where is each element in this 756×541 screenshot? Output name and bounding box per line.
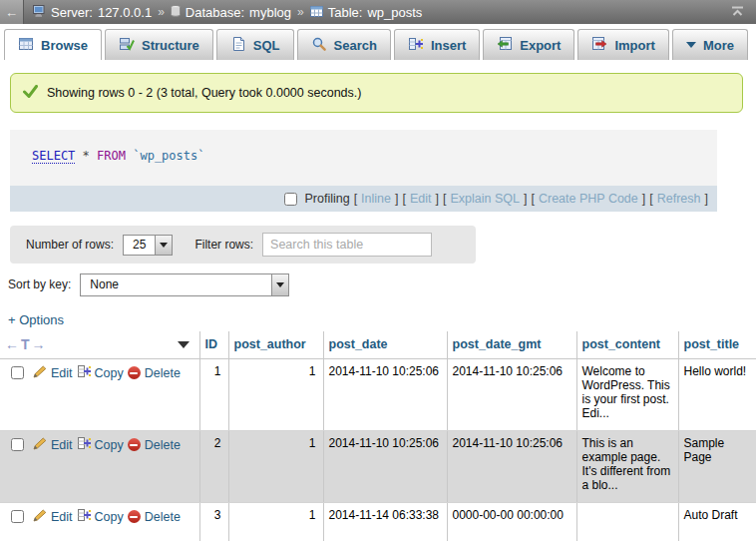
bracket: [ [649,192,652,206]
row-nav-arrows[interactable]: ←T→ [5,336,48,352]
delete-link[interactable]: Delete [145,510,181,524]
row-checkbox[interactable] [11,366,24,379]
cell-id: 3 [199,503,228,541]
cell-post-author: 1 [228,503,323,541]
column-header-post-content[interactable]: post_content [576,331,678,359]
column-header-id[interactable]: ID [199,331,228,359]
bracket: ] [524,192,527,206]
success-message-text: Showing rows 0 - 2 (3 total, Query took … [47,86,361,100]
delete-link[interactable]: Delete [145,438,181,452]
tab-search[interactable]: Search [297,29,391,60]
row-checkbox[interactable] [11,510,24,523]
cell-id: 1 [199,359,228,431]
table-row: Edit Copy Delete 2 1 2014-11-10 10:25:06… [0,431,756,503]
column-header-post-date[interactable]: post_date [323,331,447,359]
column-header-post-author[interactable]: post_author [228,331,323,359]
options-toggle-link[interactable]: + Options [8,312,64,327]
inline-link[interactable]: Inline [361,192,391,206]
breadcrumb-table[interactable]: Table: wp_posts [310,5,423,20]
bracket: ] [395,192,398,206]
sort-by-key-select[interactable]: None [80,273,289,296]
bracket: [ [531,192,534,206]
refresh-link[interactable]: Refresh [657,192,701,206]
select-dropdown-button[interactable] [155,236,172,255]
tab-import[interactable]: Import [577,29,668,60]
sort-row: Sort by key: None [8,272,756,296]
number-of-rows-label: Number of rows: [26,238,114,252]
tab-search-label: Search [334,38,377,53]
pencil-icon [33,437,47,453]
collapse-panel-icon[interactable] [730,6,745,17]
edit-link[interactable]: Edit [51,366,73,380]
cell-post-date: 2014-11-10 10:25:06 [323,359,447,431]
row-actions: Edit Copy Delete [5,508,194,525]
tab-insert-label: Insert [431,38,466,53]
export-icon [497,36,513,55]
rows-per-page-select[interactable]: 25 [123,235,173,256]
cell-post-author: 1 [228,359,323,431]
edit-link[interactable]: Edit [51,438,73,452]
breadcrumb-database-label: Database: [186,5,244,20]
column-header-post-date-gmt[interactable]: post_date_gmt [447,331,576,359]
sql-keyword-from: FROM [97,149,126,163]
row-actions: Edit Copy Delete [5,436,194,453]
check-icon [23,85,38,101]
breadcrumb-separator: » [158,5,165,19]
sql-keyword-select[interactable]: SELECT [32,149,75,163]
breadcrumb-table-value: wp_posts [367,5,422,20]
breadcrumb-server-value: 127.0.0.1 [98,5,152,20]
select-dropdown-button[interactable] [271,274,288,295]
profiling-checkbox[interactable] [284,193,297,206]
sort-by-key-label: Sort by key: [8,277,71,291]
tab-sql-label: SQL [253,38,280,53]
results-header-row: ←T→ ID post_author post_date post_date_g… [0,331,756,359]
tab-export[interactable]: Export [483,29,574,60]
tab-bar: Browse Structure SQL Search Insert Expor… [0,24,756,60]
table-row: Edit Copy Delete 3 1 2014-11-14 06:33:38… [0,503,756,541]
tab-structure[interactable]: Structure [105,29,213,60]
edit-link[interactable]: Edit [51,510,73,524]
back-button[interactable]: ← [0,0,24,24]
cell-post-title: Hello world! [678,359,756,431]
breadcrumb-table-label: Table: [328,5,363,20]
tab-browse[interactable]: Browse [4,29,102,60]
column-header-post-title[interactable]: post_title [678,331,756,359]
delete-link[interactable]: Delete [145,366,181,380]
edit-query-link[interactable]: Edit [410,192,432,206]
sql-star: * [83,149,90,163]
table-row: Edit Copy Delete 1 1 2014-11-10 10:25:06… [0,359,756,431]
copy-link[interactable]: Copy [95,366,124,380]
breadcrumb: Server: 127.0.0.1 » Database: myblog » T… [33,5,422,20]
tab-more[interactable]: More [672,29,748,60]
copy-icon [77,508,91,525]
bracket: [ [354,192,357,206]
explain-sql-link[interactable]: Explain SQL [450,192,519,206]
copy-link[interactable]: Copy [95,510,124,524]
breadcrumb-database[interactable]: Database: myblog [171,5,291,20]
tab-insert[interactable]: Insert [394,29,480,60]
rows-per-page-value: 25 [124,238,155,252]
sort-desc-icon[interactable] [178,341,189,348]
profiling-label: Profiling [304,192,349,206]
filter-rows-input[interactable] [262,233,432,257]
breadcrumb-server[interactable]: Server: 127.0.0.1 [33,5,152,20]
cell-post-date: 2014-11-10 10:25:06 [323,431,447,503]
bracket: [ [402,192,405,206]
create-php-code-link[interactable]: Create PHP Code [539,192,638,206]
delete-icon [128,438,141,451]
copy-link[interactable]: Copy [95,438,124,452]
tab-sql[interactable]: SQL [216,29,294,60]
import-icon [591,36,607,55]
results-table: ←T→ ID post_author post_date post_date_g… [0,331,756,541]
cell-post-date-gmt: 2014-11-10 10:25:06 [447,359,576,431]
row-actions: Edit Copy Delete [5,364,194,381]
delete-icon [128,366,141,379]
row-checkbox[interactable] [11,438,24,451]
back-arrow-icon: ← [5,5,18,20]
delete-icon [128,510,141,523]
bracket: ] [436,192,439,206]
sql-icon [230,36,246,55]
breadcrumb-separator: » [297,5,304,19]
tab-more-label: More [703,38,734,53]
sort-by-key-value: None [81,277,128,291]
